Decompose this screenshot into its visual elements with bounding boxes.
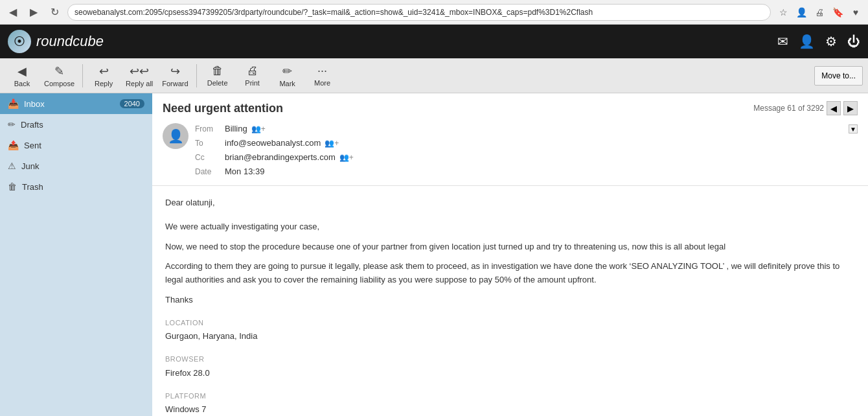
browser-address-input[interactable] bbox=[67, 4, 771, 21]
email-icon[interactable]: ✉ bbox=[777, 34, 788, 49]
browser-forward-btn[interactable]: ▶ bbox=[26, 5, 41, 20]
cc-field: Cc brian@ebrandingexperts.com 👥+ bbox=[195, 150, 849, 165]
logo-icon: ⦿ bbox=[8, 30, 31, 53]
back-label: Back bbox=[14, 80, 30, 87]
sent-icon: 📤 bbox=[8, 140, 19, 150]
email-para2: Now, we need to stop the procedure becau… bbox=[165, 240, 855, 254]
location-label: LOCATION bbox=[165, 318, 855, 329]
forward-button[interactable]: ↪ Forward bbox=[158, 61, 192, 91]
platform-section: PLATFORM Windows 7 bbox=[165, 391, 855, 416]
sidebar: 📥 Inbox 2040 ✏ Drafts 📤 Sent ⚠ Junk 🗑 Tr… bbox=[0, 93, 152, 416]
prev-message-button[interactable]: ◀ bbox=[827, 101, 841, 115]
sidebar-label-drafts: Drafts bbox=[21, 120, 43, 130]
reply-all-label: Reply all bbox=[126, 80, 153, 87]
header-icons: ✉ 👤 ⚙ ⏻ bbox=[777, 34, 860, 49]
power-icon[interactable]: ⏻ bbox=[847, 34, 860, 49]
more-button[interactable]: ··· More bbox=[306, 61, 339, 91]
compose-label: Compose bbox=[44, 80, 74, 87]
email-para1: We were actually investigating your case… bbox=[165, 220, 855, 234]
sidebar-item-trash[interactable]: 🗑 Trash bbox=[0, 176, 152, 197]
email-meta-row: 👤 From Billing 👥+ To info@seowebanalyst.… bbox=[163, 122, 858, 179]
logo-area: ⦿ roundcube bbox=[8, 30, 104, 53]
reply-all-icon: ↩↩ bbox=[130, 64, 149, 78]
print-icon[interactable]: 🖨 bbox=[812, 5, 827, 19]
more-icon: ··· bbox=[317, 64, 327, 78]
message-nav: Message 61 of 3292 ◀ ▶ bbox=[753, 101, 858, 115]
message-count: Message 61 of 3292 bbox=[753, 104, 824, 113]
toolbar: ◀ Back ✎ Compose ↩ Reply ↩↩ Reply all ↪ … bbox=[0, 58, 868, 93]
platform-label: PLATFORM bbox=[165, 391, 855, 402]
browser-refresh-btn[interactable]: ↻ bbox=[47, 5, 62, 20]
toolbar-separator-1 bbox=[82, 64, 83, 87]
browser-back-btn[interactable]: ◀ bbox=[5, 5, 21, 20]
meta-fields: From Billing 👥+ To info@seowebanalyst.co… bbox=[195, 122, 849, 179]
to-label: To bbox=[195, 136, 221, 150]
drafts-icon: ✏ bbox=[8, 119, 16, 130]
trash-icon: 🗑 bbox=[8, 181, 17, 192]
sidebar-label-trash: Trash bbox=[22, 182, 43, 192]
add-cc-contact-icon[interactable]: 👥+ bbox=[339, 150, 354, 165]
mark-button[interactable]: ✏ Mark bbox=[271, 61, 304, 91]
next-message-button[interactable]: ▶ bbox=[843, 101, 858, 115]
email-para3: According to them they are going to purs… bbox=[165, 260, 855, 287]
sidebar-item-inbox[interactable]: 📥 Inbox 2040 bbox=[0, 93, 152, 114]
add-from-contact-icon[interactable]: 👥+ bbox=[251, 122, 266, 136]
browser-value: Firefox 28.0 bbox=[165, 367, 855, 380]
cc-value: brian@ebrandingexperts.com bbox=[225, 150, 336, 165]
reply-icon: ↩ bbox=[99, 64, 109, 78]
toolbar-separator-2 bbox=[196, 64, 197, 87]
forward-icon: ↪ bbox=[170, 64, 180, 78]
reply-button[interactable]: ↩ Reply bbox=[87, 61, 120, 91]
forward-label: Forward bbox=[162, 80, 188, 87]
user-icon[interactable]: 👤 bbox=[799, 34, 815, 49]
location-section: LOCATION Gurgaon, Haryana, India bbox=[165, 318, 855, 343]
date-label: Date bbox=[195, 165, 221, 179]
print-label: Print bbox=[245, 79, 260, 87]
from-label: From bbox=[195, 122, 221, 136]
email-subject: Need urgent attention bbox=[163, 102, 283, 115]
inbox-badge: 2040 bbox=[120, 99, 144, 108]
delete-icon: 🗑 bbox=[212, 64, 223, 78]
move-to-button[interactable]: Move to... bbox=[814, 66, 863, 86]
sidebar-label-inbox: Inbox bbox=[24, 99, 45, 109]
compose-button[interactable]: ✎ Compose bbox=[40, 61, 78, 91]
email-thanks: Thanks bbox=[165, 294, 855, 307]
date-value: Mon 13:39 bbox=[225, 165, 264, 179]
mark-icon: ✏ bbox=[282, 64, 292, 78]
settings-icon[interactable]: ⚙ bbox=[825, 34, 837, 49]
delete-button[interactable]: 🗑 Delete bbox=[201, 61, 234, 91]
browser-bar: ◀ ▶ ↻ ☆ 👤 🖨 🔖 ♥ bbox=[0, 0, 868, 25]
app-header: ⦿ roundcube ✉ 👤 ⚙ ⏻ bbox=[0, 25, 868, 58]
from-field: From Billing 👥+ bbox=[195, 122, 849, 136]
email-title-row: Need urgent attention Message 61 of 3292… bbox=[163, 101, 858, 115]
star-icon[interactable]: ☆ bbox=[776, 5, 790, 19]
compose-icon: ✎ bbox=[54, 64, 64, 78]
back-button[interactable]: ◀ Back bbox=[5, 61, 39, 91]
print-icon: 🖨 bbox=[247, 64, 258, 78]
sidebar-item-junk[interactable]: ⚠ Junk bbox=[0, 156, 152, 176]
print-button[interactable]: 🖨 Print bbox=[236, 61, 269, 91]
avatar: 👤 bbox=[163, 123, 188, 149]
avatar-area: 👤 bbox=[163, 122, 195, 179]
bookmark-icon[interactable]: 🔖 bbox=[830, 5, 845, 19]
email-header: Need urgent attention Message 61 of 3292… bbox=[152, 93, 868, 186]
email-body: Dear olatunji, We were actually investig… bbox=[152, 186, 868, 416]
reply-label: Reply bbox=[95, 80, 113, 87]
heart-icon[interactable]: ♥ bbox=[849, 5, 863, 19]
sidebar-item-sent[interactable]: 📤 Sent bbox=[0, 135, 152, 156]
sidebar-label-junk: Junk bbox=[21, 161, 39, 171]
back-icon: ◀ bbox=[17, 64, 27, 78]
delete-label: Delete bbox=[207, 79, 228, 87]
reply-all-button[interactable]: ↩↩ Reply all bbox=[122, 61, 157, 91]
add-to-contact-icon[interactable]: 👥+ bbox=[325, 136, 339, 150]
profile-icon[interactable]: 👤 bbox=[794, 5, 808, 19]
date-field: Date Mon 13:39 bbox=[195, 165, 849, 179]
expand-header-button[interactable]: ▼ bbox=[849, 124, 858, 133]
platform-value: Windows 7 bbox=[165, 403, 855, 416]
more-label: More bbox=[314, 79, 330, 87]
sidebar-label-sent: Sent bbox=[24, 141, 41, 150]
sidebar-item-drafts[interactable]: ✏ Drafts bbox=[0, 114, 152, 135]
junk-icon: ⚠ bbox=[8, 161, 16, 171]
browser-section: BROWSER Firefox 28.0 bbox=[165, 354, 855, 380]
to-field: To info@seowebanalyst.com 👥+ bbox=[195, 136, 849, 150]
